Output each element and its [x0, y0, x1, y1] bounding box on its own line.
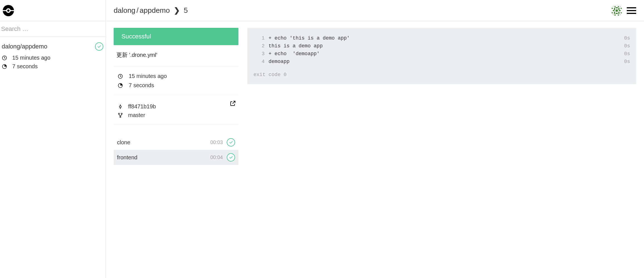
log-line-number: 3 — [253, 50, 265, 58]
svg-rect-29 — [620, 14, 621, 16]
avatar[interactable] — [611, 5, 622, 16]
breadcrumb: dalong / appdemo ❯ 5 — [114, 6, 188, 15]
svg-rect-21 — [614, 12, 615, 14]
build-time-ago: 15 minutes ago — [129, 73, 167, 79]
svg-rect-19 — [619, 10, 621, 11]
build-step-frontend[interactable]: frontend 00:04 — [114, 150, 238, 165]
branch-icon — [118, 113, 123, 118]
svg-rect-10 — [620, 6, 621, 7]
log-line-number: 4 — [253, 58, 265, 66]
step-duration: 00:03 — [210, 140, 223, 145]
clock-icon — [118, 74, 123, 79]
exit-code: exit code 0 — [253, 66, 630, 77]
build-step-clone[interactable]: clone 00:03 — [114, 135, 238, 150]
log-line-time: 0s — [621, 50, 630, 58]
duration-icon — [118, 83, 123, 88]
search-wrap — [0, 21, 106, 37]
menu-button[interactable] — [627, 7, 636, 14]
svg-point-35 — [118, 113, 119, 114]
svg-rect-17 — [616, 7, 618, 8]
topbar: dalong / appdemo ❯ 5 — [106, 0, 644, 21]
commit-message: 更新 '.drone.yml' — [114, 45, 238, 67]
chevron-right-icon: ❯ — [174, 6, 180, 15]
svg-rect-26 — [614, 14, 616, 16]
svg-rect-24 — [621, 12, 622, 13]
svg-rect-14 — [621, 8, 622, 9]
svg-rect-15 — [614, 8, 615, 10]
external-link-icon[interactable] — [230, 100, 236, 108]
clock-icon — [2, 55, 7, 61]
log-line-time: 0s — [621, 35, 630, 42]
repo-duration: 7 seconds — [12, 63, 38, 70]
svg-point-5 — [7, 9, 9, 11]
breadcrumb-repo[interactable]: appdemo — [140, 6, 170, 15]
svg-rect-20 — [616, 9, 618, 12]
svg-point-32 — [119, 106, 121, 108]
search-input[interactable] — [1, 25, 104, 33]
svg-rect-12 — [618, 6, 619, 7]
svg-point-37 — [120, 116, 121, 117]
build-steps: clone 00:03 frontend 00:04 — [114, 125, 238, 165]
build-panel: Successful 更新 '.drone.yml' 15 minutes ag… — [114, 28, 238, 271]
svg-rect-9 — [612, 6, 613, 7]
breadcrumb-owner[interactable]: dalong — [114, 6, 135, 15]
status-success-icon — [227, 153, 235, 162]
svg-rect-27 — [618, 14, 619, 16]
log-line-time: 0s — [621, 42, 630, 50]
step-duration: 00:04 — [210, 155, 223, 160]
duration-icon — [2, 64, 7, 69]
repo-time-ago: 15 minutes ago — [12, 55, 50, 61]
svg-rect-11 — [614, 6, 616, 7]
svg-rect-25 — [616, 13, 618, 14]
log-line-text: demoapp — [265, 58, 621, 66]
step-name: frontend — [117, 154, 137, 161]
sidebar: dalong/appdemo 15 minutes ago 7 seconds — [0, 0, 106, 278]
log-line-text: this is a demo app — [265, 42, 621, 50]
svg-rect-13 — [612, 8, 613, 9]
log-line-number: 2 — [253, 42, 265, 50]
status-banner: Successful — [114, 28, 238, 45]
svg-rect-22 — [618, 12, 619, 14]
branch-name: master — [128, 112, 145, 118]
drone-logo-icon — [2, 4, 14, 17]
log-line: 3 + echo 'demoapp' 0s — [253, 50, 630, 58]
log-line: 4 demoapp 0s — [253, 58, 630, 66]
status-success-icon — [227, 138, 235, 147]
status-success-icon — [95, 42, 103, 51]
log-line-time: 0s — [621, 58, 630, 66]
svg-rect-16 — [618, 8, 619, 10]
logo[interactable] — [0, 0, 106, 21]
log-line: 2 this is a demo app 0s — [253, 42, 630, 50]
breadcrumb-build-number: 5 — [184, 6, 188, 15]
commit-icon — [118, 104, 123, 109]
repo-name: dalong/appdemo — [2, 43, 47, 50]
log-line-text: + echo 'demoapp' — [265, 50, 621, 58]
log-line-text: + echo 'this is a demo app' — [265, 35, 621, 42]
log-line: 1 + echo 'this is a demo app' 0s — [253, 35, 630, 42]
commit-hash: ff8471b19b — [128, 103, 156, 110]
svg-rect-28 — [612, 14, 613, 16]
step-name: clone — [117, 139, 130, 146]
svg-rect-23 — [612, 12, 613, 13]
log-line-number: 1 — [253, 35, 265, 42]
repo-list-item[interactable]: dalong/appdemo 15 minutes ago 7 seconds — [0, 37, 106, 73]
svg-point-36 — [121, 113, 122, 114]
log-panel: 1 + echo 'this is a demo app' 0s 2 this … — [247, 28, 636, 271]
build-duration: 7 seconds — [129, 82, 154, 89]
svg-rect-18 — [613, 10, 614, 11]
